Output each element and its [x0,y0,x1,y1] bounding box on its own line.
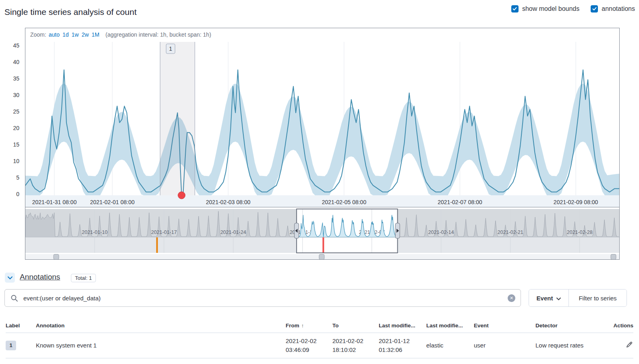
date-value: 2021-01-12 [379,337,426,345]
context-tick-label: 2021-01-24 [220,230,246,235]
time-value: 03:46:09 [286,345,332,354]
zoom-option-1w[interactable]: 1w [72,31,79,38]
column-header-event[interactable]: Event [474,323,535,329]
context-tick-label: 2021-02-14 [428,230,454,235]
column-header-detector[interactable]: Detector [535,323,606,329]
x-tick-label: 2021-02-03 08:00 [206,199,251,205]
column-header-last-modifie-[interactable]: Last modifie... [426,323,474,329]
filter-to-series-button[interactable]: Filter to series [569,290,627,306]
close-icon: ✕ [510,296,513,301]
column-header-label: Last modifie... [379,323,415,329]
checkbox-annotations[interactable]: annotations [591,5,635,12]
x-tick-label: 2021-02-01 08:00 [90,199,135,205]
zoom-controls: Zoom: auto1d1w2w1M (aggregation interval… [25,28,211,41]
checkbox-label: show model bounds [522,5,579,12]
annotation-text: Known system event 1 [36,342,286,349]
column-header-label: Event [474,323,489,329]
column-header-to[interactable]: To [332,323,379,329]
column-header-label: Detector [535,323,558,329]
x-tick-label: 2021-02-09 08:00 [554,199,598,205]
annotation-band-label-text: 1 [169,46,172,52]
model-bounds-area [25,84,619,196]
single-metric-viewer: Single time series analysis of count sho… [0,0,639,364]
y-tick-label: 0 [0,191,19,197]
last_modified-cell: 2021-01-1201:32:06 [379,337,426,354]
annotations-filter-group: Event Filter to series [529,289,627,307]
chevron-down-icon [8,275,12,281]
column-header-label[interactable]: Label [6,323,36,329]
y-tick-label: 20 [0,125,19,131]
zoom-option-1M[interactable]: 1M [91,31,99,38]
time-series-chart[interactable]: 12021-01-31 08:002021-02-01 08:002021-02… [25,28,619,259]
search-icon [10,294,19,304]
table-row[interactable]: 1Known system event 12021-02-0203:46:092… [6,333,633,358]
event-filter-button[interactable]: Event [529,290,569,306]
annotations-table-body: 1Known system event 12021-02-0203:46:092… [6,333,633,358]
zoom-links: auto1d1w2w1M [49,31,102,38]
column-header-label: From [286,323,299,329]
anomaly-marker[interactable] [178,192,185,199]
annotation-band[interactable] [160,42,195,195]
time-series-chart-panel: Zoom: auto1d1w2w1M (aggregation interval… [25,28,620,260]
y-tick-label: 45 [0,42,19,49]
annotations-table-header: LabelAnnotationFrom↑ToLast modifie...Las… [6,320,633,333]
context-tick-label: 2021-01-10 [82,230,108,235]
y-tick-label: 10 [0,158,19,164]
column-header-from[interactable]: From↑ [286,323,332,329]
context-tick-label: 2021-01-17 [151,230,177,235]
aggregation-note: (aggregation interval: 1h, bucket span: … [106,31,211,38]
clear-search-button[interactable]: ✕ [508,294,515,302]
to-cell: 2021-02-0218:10:02 [332,337,379,354]
y-tick-label: 5 [0,174,19,181]
date-value: 2021-02-02 [332,337,379,345]
pencil-icon [626,341,633,348]
column-header-label: Actions [613,323,633,329]
annotations-section-title[interactable]: Annotations [20,273,60,281]
zoom-label: Zoom: [30,31,46,38]
event-filter-label: Event [537,295,553,302]
time-value: 18:10:02 [332,345,379,354]
checkbox-checked-icon [591,5,598,12]
scrollbar-thumb[interactable] [54,254,59,260]
zoom-option-2w[interactable]: 2w [81,31,89,38]
annotations-total-badge: Total: 1 [71,274,96,282]
checkbox-checked-icon [511,5,519,12]
column-header-label: To [332,323,339,329]
chevron-down-icon [556,295,561,302]
context-tick-label: 2021-02-28 [567,230,593,235]
y-tick-label: 30 [0,92,19,98]
annotations-table: LabelAnnotationFrom↑ToLast modifie...Las… [6,320,633,358]
y-tick-label: 40 [0,59,19,65]
sort-ascending-icon: ↑ [301,323,304,329]
from-cell: 2021-02-0203:46:09 [286,337,332,354]
y-tick-label: 15 [0,141,19,148]
last-modified-by-cell: elastic [426,342,474,349]
edit-annotation-button[interactable] [625,341,633,350]
column-header-last-modifie-[interactable]: Last modifie... [379,323,426,329]
chart-options: show model boundsannotations [511,5,635,12]
column-header-annotation[interactable]: Annotation [36,323,286,329]
annotations-search-input[interactable] [23,294,504,302]
column-header-label: Label [6,323,20,329]
annotations-search-box: ✕ [4,289,521,307]
annotations-collapse-button[interactable] [5,273,15,283]
checkbox-show-model-bounds[interactable]: show model bounds [511,5,579,12]
y-tick-label: 35 [0,75,19,82]
context-annotation-marker[interactable] [322,237,324,253]
context-annotation-marker[interactable] [156,237,158,253]
column-header-label: Annotation [36,323,64,329]
x-tick-label: 2021-02-05 08:00 [322,199,367,205]
scrollbar-thumb[interactable] [319,254,324,260]
date-value: 2021-02-02 [286,337,332,345]
x-tick-label: 2021-02-07 08:00 [438,199,482,205]
zoom-option-auto[interactable]: auto [49,31,60,38]
event-cell: user [474,342,535,349]
page-title: Single time series analysis of count [4,7,137,17]
scrollbar-thumb[interactable] [611,254,616,260]
checkbox-label: annotations [602,5,635,12]
context-tick-label: 2021-02-21 [498,230,523,235]
time-value: 01:32:06 [379,345,426,354]
column-header-actions[interactable]: Actions [606,323,633,329]
zoom-option-1d[interactable]: 1d [62,31,69,38]
column-header-label: Last modifie... [426,323,463,329]
